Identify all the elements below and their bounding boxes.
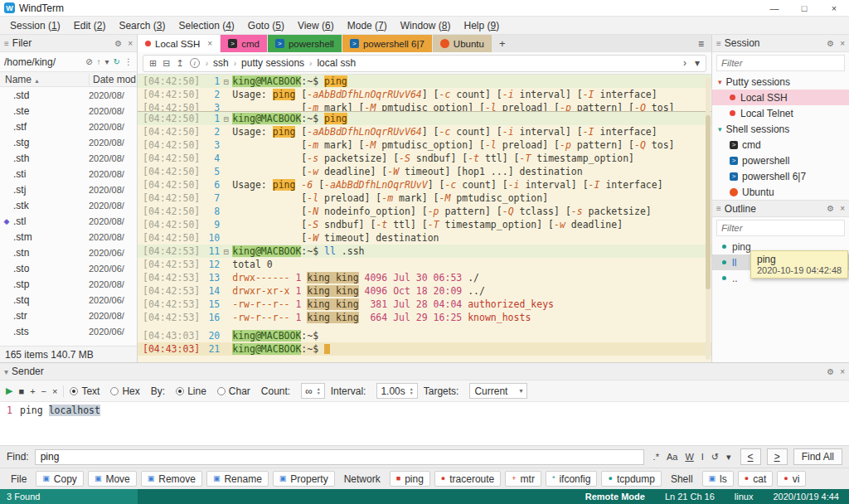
tool-ping-button[interactable]: ■ping — [390, 471, 430, 487]
session-filter[interactable] — [716, 55, 845, 71]
close-icon[interactable]: × — [128, 39, 133, 48]
close-icon[interactable]: × — [840, 367, 845, 376]
tool-tcpdump-button[interactable]: ●tcpdump — [601, 471, 661, 487]
file-row[interactable]: .stk2020/08/ — [0, 197, 137, 213]
gear-icon[interactable]: ⚙ — [114, 39, 122, 48]
column-name[interactable]: Name▲ — [0, 74, 89, 85]
session-item-local-telnet[interactable]: Local Telnet — [712, 105, 849, 121]
session-item-cmd[interactable]: >cmd — [712, 137, 849, 153]
match-case-icon[interactable]: Aa — [667, 452, 677, 462]
chevron-down-icon[interactable]: ▾ — [4, 367, 8, 376]
close-button[interactable]: × — [819, 0, 849, 16]
in-selection-icon[interactable]: I — [701, 452, 704, 462]
spin-down-icon[interactable]: ▼ — [410, 391, 414, 395]
session-item-ubuntu[interactable]: Ubuntu — [712, 184, 849, 200]
file-row[interactable]: .stf2020/08/ — [0, 119, 137, 134]
menu-item-help[interactable]: Help (9) — [457, 20, 506, 32]
file-row[interactable]: .stp2020/08/ — [0, 276, 137, 292]
more-icon[interactable]: ⋮ — [124, 57, 133, 66]
terminal-split-top[interactable]: [04:42:50]1⊟king@MACBOOK:~$ ping[04:42:5… — [138, 75, 711, 112]
sender-command[interactable]: ping localhost — [20, 405, 100, 445]
terminal[interactable]: [04:42:50]1⊟king@MACBOOK:~$ ping[04:42:5… — [138, 75, 711, 362]
add-line-button[interactable]: + — [30, 386, 35, 396]
filer-path[interactable]: /home/king/ — [4, 56, 56, 68]
session-item-powershell[interactable]: >powershell — [712, 153, 849, 168]
file-row[interactable]: .sti2020/08/ — [0, 166, 137, 182]
spinner-arrows-icon[interactable]: ▲▼ — [410, 387, 414, 395]
tab-ubuntu[interactable]: Ubuntu — [433, 35, 492, 52]
tab-powershell[interactable]: >powershell — [268, 35, 342, 52]
file-row[interactable]: .stj2020/08/ — [0, 182, 137, 197]
menu-item-view[interactable]: View (6) — [291, 20, 341, 32]
new-terminal-icon[interactable]: ⊞ — [149, 58, 157, 69]
menu-item-selection[interactable]: Selection (4) — [172, 20, 240, 32]
column-date-modified[interactable]: Date mod — [89, 74, 137, 85]
regex-icon[interactable]: .* — [653, 452, 659, 462]
interval-stepper[interactable]: 1.00s▲▼ — [376, 383, 417, 399]
tab-list-menu-icon[interactable]: ≡ — [691, 35, 711, 52]
file-row[interactable]: .str2020/08/ — [0, 308, 137, 323]
toolbar-group-shell[interactable]: Shell — [666, 473, 698, 485]
menu-item-search[interactable]: Search (3) — [112, 20, 172, 32]
scroll-right-icon[interactable]: › — [683, 57, 686, 69]
tool-mtr-button[interactable]: +mtr — [505, 471, 541, 487]
tab-local-ssh[interactable]: Local SSH× — [138, 35, 220, 52]
file-row[interactable]: ◆.stl2020/08/ — [0, 213, 137, 229]
terminal-split-main[interactable]: [04:42:50]1⊟king@MACBOOK:~$ ping[04:42:5… — [138, 112, 711, 356]
sender-content[interactable]: 1 ping localhost — [0, 402, 849, 445]
file-row[interactable]: .sth2020/08/ — [0, 150, 137, 166]
filter-off-icon[interactable]: ⊘ — [85, 57, 92, 66]
tool-remove-button[interactable]: ▣Remove — [141, 471, 202, 487]
find-previous-button[interactable]: < — [740, 448, 761, 465]
session-item-powershell-6-7[interactable]: >powershell 6|7 — [712, 168, 849, 184]
scrollbar-thumb[interactable] — [706, 115, 711, 289]
clear-button[interactable]: × — [52, 386, 57, 396]
session-filter-input[interactable] — [721, 58, 840, 68]
file-row[interactable]: .std2020/08/ — [0, 87, 137, 103]
tab-powershell-6-7[interactable]: >powershell 6|7 — [342, 35, 432, 52]
menu-item-session[interactable]: Session (1) — [3, 20, 67, 32]
spinner-arrows-icon[interactable]: ▲▼ — [317, 387, 321, 395]
stop-button[interactable]: ■ — [18, 386, 24, 396]
menu-item-window[interactable]: Window (8) — [394, 20, 458, 32]
tool-ls-button[interactable]: ▣ls — [702, 471, 734, 487]
up-directory-icon[interactable]: ↑ — [97, 57, 101, 66]
radio-line-icon[interactable] — [176, 387, 184, 395]
find-all-button[interactable]: Find All — [793, 448, 842, 465]
send-button[interactable]: ▶ — [6, 385, 12, 396]
breadcrumb-item[interactable]: ssh — [213, 57, 229, 69]
tool-traceroute-button[interactable]: ●traceroute — [434, 471, 501, 487]
gear-icon[interactable]: ⚙ — [827, 39, 834, 48]
radio-text-icon[interactable] — [70, 387, 78, 395]
spin-down-icon[interactable]: ▼ — [317, 391, 321, 395]
radio-char[interactable]: Char — [217, 385, 255, 397]
cursor-position[interactable]: Ln 21 Ch 16 — [665, 492, 715, 502]
info-icon[interactable]: i — [190, 58, 200, 68]
session-group-putty-sessions[interactable]: ▾Putty sessions — [712, 74, 849, 90]
split-terminal-icon[interactable]: ⊟ — [163, 58, 170, 69]
tool-rename-button[interactable]: ▣Rename — [206, 471, 269, 487]
whole-word-icon[interactable]: W — [685, 452, 693, 462]
file-row[interactable]: .stn2020/06/ — [0, 245, 137, 260]
radio-line[interactable]: Line — [176, 385, 211, 397]
tool-move-button[interactable]: ▣Move — [88, 471, 137, 487]
count-stepper[interactable]: ∞▲▼ — [301, 383, 325, 399]
radio-hex-icon[interactable] — [110, 387, 119, 395]
file-row[interactable]: .sts2020/06/ — [0, 323, 137, 339]
menu-item-edit[interactable]: Edit (2) — [67, 20, 113, 32]
find-input[interactable] — [35, 449, 644, 465]
file-row[interactable]: .stm2020/08/ — [0, 229, 137, 245]
detach-terminal-icon[interactable]: ↥ — [176, 58, 183, 69]
radio-hex[interactable]: Hex — [110, 385, 144, 397]
sessions-dropdown-icon[interactable]: ▾ — [695, 57, 700, 69]
find-next-button[interactable]: > — [767, 448, 788, 465]
wrap-around-icon[interactable]: ↺ — [711, 452, 719, 463]
tab-cmd[interactable]: >cmd — [221, 35, 267, 52]
file-row[interactable]: .sto2020/06/ — [0, 260, 137, 276]
tool-copy-button[interactable]: ▣Copy — [36, 471, 84, 487]
menu-item-goto[interactable]: Goto (5) — [241, 20, 291, 32]
file-row[interactable]: .stg2020/08/ — [0, 134, 137, 150]
toolbar-group-file[interactable]: File — [6, 473, 32, 485]
radio-char-icon[interactable] — [217, 387, 226, 395]
gear-icon[interactable]: ⚙ — [827, 367, 834, 376]
